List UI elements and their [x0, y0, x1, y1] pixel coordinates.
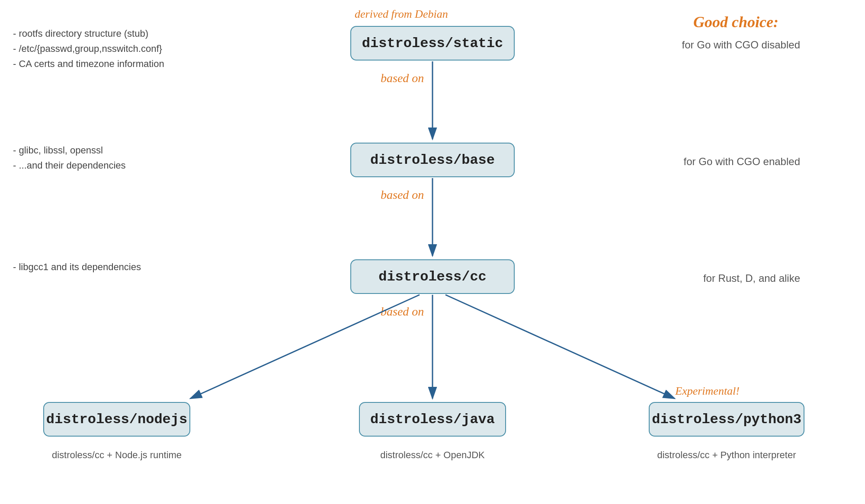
left-label-base: - glibc, libssl, openssl - ...and their …: [13, 143, 126, 173]
based-on-label-3: based on: [381, 305, 424, 319]
right-label-rust: for Rust, D, and alike: [703, 272, 800, 284]
experimental-label: Experimental!: [675, 385, 740, 398]
derived-label: derived from Debian: [355, 8, 448, 21]
svg-line-5: [445, 295, 675, 399]
bottom-label-python3: distroless/cc + Python interpreter: [640, 450, 813, 461]
box-cc: distroless/cc: [350, 259, 515, 294]
based-on-label-1: based on: [381, 71, 424, 85]
diagram-container: derived from Debian Good choice: Experim…: [0, 0, 865, 504]
box-static: distroless/static: [350, 26, 515, 61]
left-label-static: - rootfs directory structure (stub) - /e…: [13, 26, 164, 72]
bottom-label-nodejs: distroless/cc + Node.js runtime: [35, 450, 199, 461]
right-label-go-disabled: for Go with CGO disabled: [682, 39, 800, 51]
box-base: distroless/base: [350, 143, 515, 177]
right-label-go-enabled: for Go with CGO enabled: [684, 156, 800, 168]
box-python3: distroless/python3: [649, 402, 804, 437]
box-java: distroless/java: [359, 402, 506, 437]
bottom-label-java: distroless/cc + OpenJDK: [350, 450, 515, 461]
based-on-label-2: based on: [381, 188, 424, 202]
left-label-cc: - libgcc1 and its dependencies: [13, 259, 141, 274]
box-nodejs: distroless/nodejs: [43, 402, 190, 437]
good-choice-label: Good choice:: [693, 13, 778, 31]
